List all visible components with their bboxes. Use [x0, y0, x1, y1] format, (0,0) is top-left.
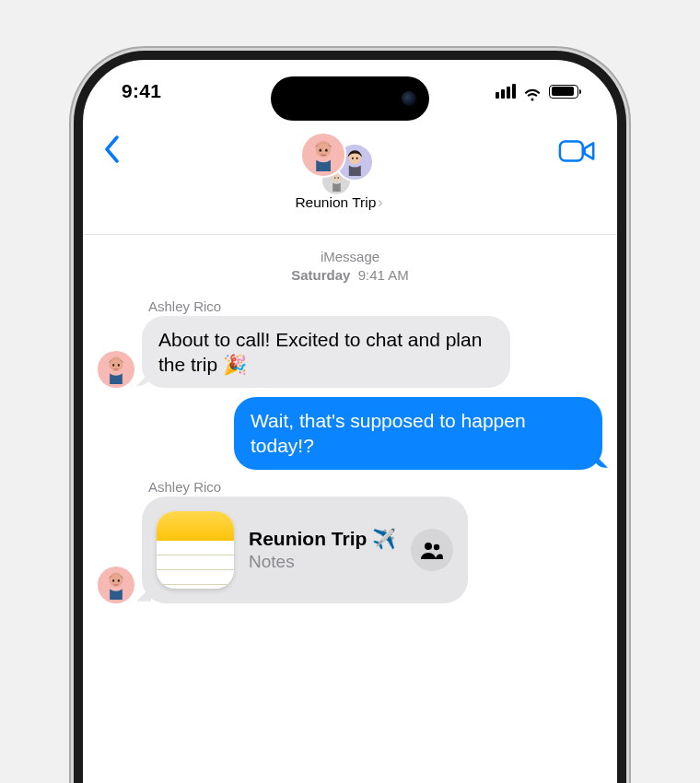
timestamp-time: 9:41 AM — [358, 267, 409, 283]
message-thread[interactable]: iMessage Saturday 9:41 AM Ashley Rico Ab… — [83, 237, 617, 783]
chevron-right-icon: › — [378, 194, 382, 211]
thread-meta: iMessage Saturday 9:41 AM — [98, 248, 602, 286]
svg-point-4 — [352, 157, 354, 158]
message-row: About to call! Excited to chat and plan … — [98, 316, 602, 389]
cellular-signal-icon — [496, 84, 516, 99]
battery-icon — [549, 85, 578, 99]
status-time: 9:41 — [122, 80, 161, 102]
svg-point-7 — [334, 177, 335, 179]
conversation-header: Reunion Trip › — [83, 124, 617, 235]
message-bubble-incoming[interactable]: About to call! Excited to chat and plan … — [142, 316, 510, 389]
sender-label: Ashley Rico — [148, 298, 602, 314]
collaboration-icon[interactable] — [411, 529, 453, 571]
svg-point-16 — [425, 543, 432, 550]
notes-attachment[interactable]: Reunion Trip ✈️ Notes — [142, 497, 468, 603]
timestamp-day: Saturday — [291, 267, 350, 283]
iphone-frame: 9:41 Reunion Trip › — [74, 51, 626, 783]
svg-point-17 — [434, 543, 439, 549]
svg-rect-9 — [560, 142, 583, 161]
svg-point-8 — [337, 177, 338, 179]
svg-point-15 — [118, 579, 120, 582]
svg-point-11 — [112, 364, 114, 367]
svg-point-12 — [118, 364, 120, 367]
contact-avatar[interactable] — [98, 351, 134, 388]
sender-label: Ashley Rico — [148, 479, 602, 495]
svg-point-1 — [319, 148, 321, 151]
contact-avatar[interactable] — [98, 567, 134, 603]
attachment-title: Reunion Trip ✈️ — [249, 528, 396, 550]
notes-app-icon — [157, 511, 234, 589]
group-avatar-cluster — [297, 132, 381, 193]
group-name-label: Reunion Trip — [295, 194, 376, 211]
dynamic-island — [271, 76, 429, 121]
svg-point-14 — [112, 579, 114, 582]
message-row: Reunion Trip ✈️ Notes — [98, 497, 602, 603]
attachment-app-label: Notes — [249, 552, 396, 572]
svg-point-2 — [325, 148, 328, 151]
contact-avatar — [300, 132, 346, 178]
facetime-button[interactable] — [558, 132, 597, 169]
svg-point-5 — [356, 157, 357, 158]
message-row: Wait, that's supposed to happen today!? — [98, 397, 602, 470]
wifi-icon — [522, 84, 542, 99]
group-info-button[interactable]: Reunion Trip › — [295, 132, 382, 211]
service-label: iMessage — [98, 248, 602, 266]
message-bubble-outgoing[interactable]: Wait, that's supposed to happen today!? — [234, 397, 602, 470]
back-button[interactable] — [103, 132, 120, 170]
